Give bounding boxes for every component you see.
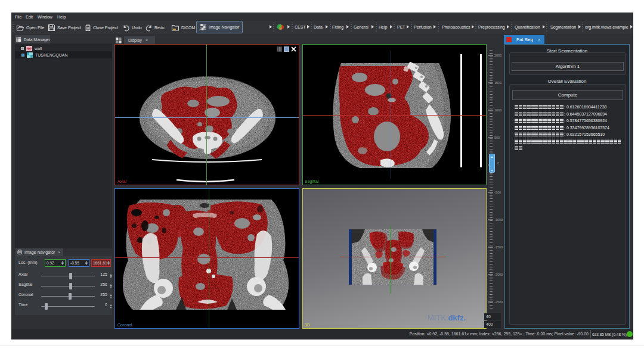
svg-text:-500: -500 — [494, 191, 501, 194]
svg-text:-2000: -2000 — [494, 273, 503, 276]
svg-text:1000: 1000 — [494, 108, 501, 112]
svg-text:1500: 1500 — [494, 81, 501, 85]
svg-text:MITK:dkfz.: MITK:dkfz. — [428, 313, 466, 322]
svg-text:-1500: -1500 — [494, 245, 503, 249]
svg-text:-2500: -2500 — [494, 300, 503, 304]
svg-text:Coronal: Coronal — [117, 323, 132, 327]
svg-text:Axial: Axial — [117, 179, 127, 183]
svg-text:Sagittal: Sagittal — [305, 179, 319, 184]
svg-text:2000: 2000 — [494, 54, 501, 57]
svg-text:500: 500 — [494, 136, 500, 139]
svg-text:-1000: -1000 — [494, 218, 503, 222]
svg-text:3D: 3D — [305, 323, 310, 327]
